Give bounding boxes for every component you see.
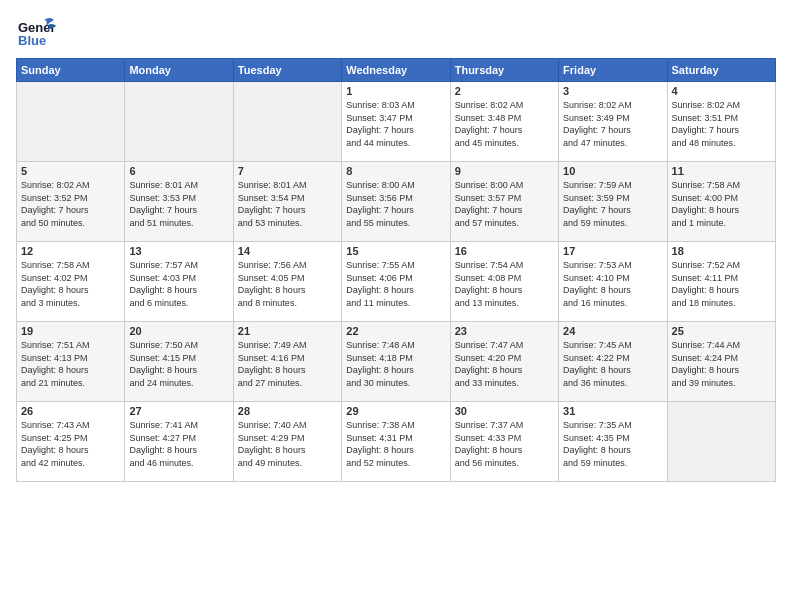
day-number: 13 [129,245,228,257]
day-number: 19 [21,325,120,337]
calendar-cell: 6Sunrise: 8:01 AMSunset: 3:53 PMDaylight… [125,162,233,242]
calendar-cell: 28Sunrise: 7:40 AMSunset: 4:29 PMDayligh… [233,402,341,482]
calendar-cell: 19Sunrise: 7:51 AMSunset: 4:13 PMDayligh… [17,322,125,402]
day-content: Sunrise: 7:54 AMSunset: 4:08 PMDaylight:… [455,259,554,309]
day-number: 16 [455,245,554,257]
week-row-1: 1Sunrise: 8:03 AMSunset: 3:47 PMDaylight… [17,82,776,162]
week-row-4: 19Sunrise: 7:51 AMSunset: 4:13 PMDayligh… [17,322,776,402]
day-content: Sunrise: 7:35 AMSunset: 4:35 PMDaylight:… [563,419,662,469]
day-number: 21 [238,325,337,337]
day-content: Sunrise: 8:02 AMSunset: 3:48 PMDaylight:… [455,99,554,149]
day-number: 17 [563,245,662,257]
day-number: 8 [346,165,445,177]
day-content: Sunrise: 8:02 AMSunset: 3:51 PMDaylight:… [672,99,771,149]
day-number: 4 [672,85,771,97]
day-content: Sunrise: 7:49 AMSunset: 4:16 PMDaylight:… [238,339,337,389]
day-content: Sunrise: 7:37 AMSunset: 4:33 PMDaylight:… [455,419,554,469]
calendar-cell: 30Sunrise: 7:37 AMSunset: 4:33 PMDayligh… [450,402,558,482]
logo: General Blue [16,12,56,52]
day-content: Sunrise: 7:59 AMSunset: 3:59 PMDaylight:… [563,179,662,229]
header: General Blue [16,12,776,52]
day-number: 20 [129,325,228,337]
calendar-cell [667,402,775,482]
day-content: Sunrise: 8:01 AMSunset: 3:53 PMDaylight:… [129,179,228,229]
day-content: Sunrise: 8:03 AMSunset: 3:47 PMDaylight:… [346,99,445,149]
day-content: Sunrise: 7:53 AMSunset: 4:10 PMDaylight:… [563,259,662,309]
day-number: 11 [672,165,771,177]
day-content: Sunrise: 7:48 AMSunset: 4:18 PMDaylight:… [346,339,445,389]
calendar-cell: 18Sunrise: 7:52 AMSunset: 4:11 PMDayligh… [667,242,775,322]
day-number: 28 [238,405,337,417]
day-content: Sunrise: 7:57 AMSunset: 4:03 PMDaylight:… [129,259,228,309]
day-content: Sunrise: 8:00 AMSunset: 3:56 PMDaylight:… [346,179,445,229]
day-content: Sunrise: 7:45 AMSunset: 4:22 PMDaylight:… [563,339,662,389]
calendar-cell: 1Sunrise: 8:03 AMSunset: 3:47 PMDaylight… [342,82,450,162]
day-content: Sunrise: 7:41 AMSunset: 4:27 PMDaylight:… [129,419,228,469]
day-number: 27 [129,405,228,417]
header-cell-monday: Monday [125,59,233,82]
day-content: Sunrise: 7:40 AMSunset: 4:29 PMDaylight:… [238,419,337,469]
calendar-cell: 20Sunrise: 7:50 AMSunset: 4:15 PMDayligh… [125,322,233,402]
calendar-cell: 3Sunrise: 8:02 AMSunset: 3:49 PMDaylight… [559,82,667,162]
calendar-cell [233,82,341,162]
day-content: Sunrise: 7:55 AMSunset: 4:06 PMDaylight:… [346,259,445,309]
day-number: 30 [455,405,554,417]
day-number: 10 [563,165,662,177]
calendar-cell: 13Sunrise: 7:57 AMSunset: 4:03 PMDayligh… [125,242,233,322]
day-number: 5 [21,165,120,177]
day-content: Sunrise: 8:02 AMSunset: 3:52 PMDaylight:… [21,179,120,229]
calendar-cell: 4Sunrise: 8:02 AMSunset: 3:51 PMDaylight… [667,82,775,162]
calendar-cell: 25Sunrise: 7:44 AMSunset: 4:24 PMDayligh… [667,322,775,402]
day-content: Sunrise: 7:38 AMSunset: 4:31 PMDaylight:… [346,419,445,469]
day-number: 7 [238,165,337,177]
day-content: Sunrise: 7:50 AMSunset: 4:15 PMDaylight:… [129,339,228,389]
calendar-cell: 10Sunrise: 7:59 AMSunset: 3:59 PMDayligh… [559,162,667,242]
calendar-cell: 16Sunrise: 7:54 AMSunset: 4:08 PMDayligh… [450,242,558,322]
calendar-cell: 9Sunrise: 8:00 AMSunset: 3:57 PMDaylight… [450,162,558,242]
header-cell-sunday: Sunday [17,59,125,82]
day-number: 26 [21,405,120,417]
day-content: Sunrise: 7:47 AMSunset: 4:20 PMDaylight:… [455,339,554,389]
day-number: 18 [672,245,771,257]
day-content: Sunrise: 7:52 AMSunset: 4:11 PMDaylight:… [672,259,771,309]
calendar-cell: 23Sunrise: 7:47 AMSunset: 4:20 PMDayligh… [450,322,558,402]
calendar-cell: 8Sunrise: 8:00 AMSunset: 3:56 PMDaylight… [342,162,450,242]
calendar-cell: 15Sunrise: 7:55 AMSunset: 4:06 PMDayligh… [342,242,450,322]
day-content: Sunrise: 7:43 AMSunset: 4:25 PMDaylight:… [21,419,120,469]
calendar-cell: 21Sunrise: 7:49 AMSunset: 4:16 PMDayligh… [233,322,341,402]
day-number: 2 [455,85,554,97]
day-content: Sunrise: 7:58 AMSunset: 4:00 PMDaylight:… [672,179,771,229]
calendar-cell: 26Sunrise: 7:43 AMSunset: 4:25 PMDayligh… [17,402,125,482]
header-cell-thursday: Thursday [450,59,558,82]
day-number: 12 [21,245,120,257]
calendar-cell: 17Sunrise: 7:53 AMSunset: 4:10 PMDayligh… [559,242,667,322]
calendar-cell: 11Sunrise: 7:58 AMSunset: 4:00 PMDayligh… [667,162,775,242]
day-content: Sunrise: 8:02 AMSunset: 3:49 PMDaylight:… [563,99,662,149]
day-number: 15 [346,245,445,257]
header-row: SundayMondayTuesdayWednesdayThursdayFrid… [17,59,776,82]
page: General Blue SundayMondayTuesdayWednesda… [0,0,792,612]
day-content: Sunrise: 7:44 AMSunset: 4:24 PMDaylight:… [672,339,771,389]
header-cell-wednesday: Wednesday [342,59,450,82]
day-content: Sunrise: 8:00 AMSunset: 3:57 PMDaylight:… [455,179,554,229]
calendar-cell: 31Sunrise: 7:35 AMSunset: 4:35 PMDayligh… [559,402,667,482]
header-cell-tuesday: Tuesday [233,59,341,82]
day-number: 24 [563,325,662,337]
header-cell-friday: Friday [559,59,667,82]
day-number: 22 [346,325,445,337]
day-number: 14 [238,245,337,257]
day-number: 3 [563,85,662,97]
week-row-2: 5Sunrise: 8:02 AMSunset: 3:52 PMDaylight… [17,162,776,242]
day-number: 9 [455,165,554,177]
calendar-cell [125,82,233,162]
calendar-cell: 29Sunrise: 7:38 AMSunset: 4:31 PMDayligh… [342,402,450,482]
day-number: 25 [672,325,771,337]
calendar-cell: 24Sunrise: 7:45 AMSunset: 4:22 PMDayligh… [559,322,667,402]
calendar-cell: 5Sunrise: 8:02 AMSunset: 3:52 PMDaylight… [17,162,125,242]
calendar-table: SundayMondayTuesdayWednesdayThursdayFrid… [16,58,776,482]
week-row-3: 12Sunrise: 7:58 AMSunset: 4:02 PMDayligh… [17,242,776,322]
header-cell-saturday: Saturday [667,59,775,82]
week-row-5: 26Sunrise: 7:43 AMSunset: 4:25 PMDayligh… [17,402,776,482]
calendar-cell: 14Sunrise: 7:56 AMSunset: 4:05 PMDayligh… [233,242,341,322]
day-content: Sunrise: 8:01 AMSunset: 3:54 PMDaylight:… [238,179,337,229]
